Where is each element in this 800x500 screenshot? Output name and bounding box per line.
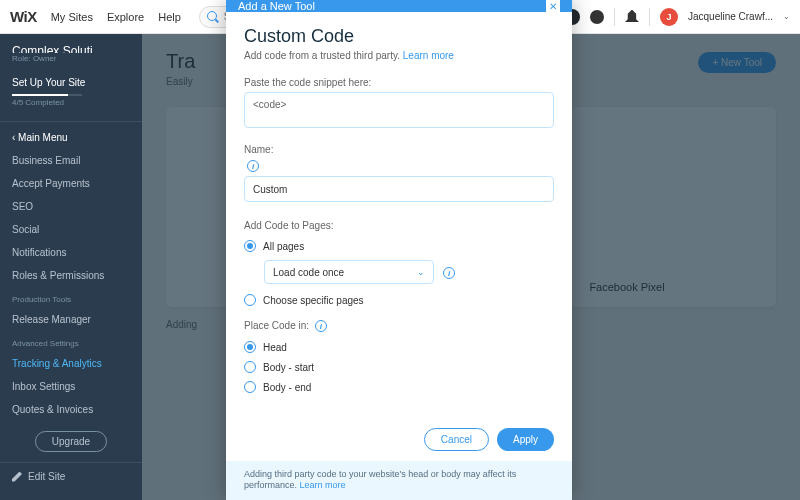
radio-icon (244, 381, 256, 393)
sidebar-item-payments[interactable]: Accept Payments (0, 172, 142, 195)
paste-label: Paste the code snippet here: (244, 77, 554, 88)
radio-icon (244, 240, 256, 252)
modal-title: Custom Code (244, 26, 554, 47)
sidebar-item-business-email[interactable]: Business Email (0, 149, 142, 172)
setup-link[interactable]: Set Up Your Site (0, 71, 142, 90)
info-icon[interactable]: i (443, 267, 455, 279)
chat-icon[interactable] (590, 10, 604, 24)
sidebar-back[interactable]: ‹ Main Menu (0, 126, 142, 149)
info-icon[interactable]: i (315, 320, 327, 332)
radio-choose-pages[interactable]: Choose specific pages (244, 290, 554, 310)
custom-code-modal: Add a New Tool ✕ Custom Code Add code fr… (226, 0, 572, 500)
chevron-down-icon: ⌄ (417, 267, 425, 277)
radio-icon (244, 361, 256, 373)
sidebar-item-roles[interactable]: Roles & Permissions (0, 264, 142, 287)
info-icon[interactable]: i (247, 160, 259, 172)
sidebar-item-tracking[interactable]: Tracking & Analytics (0, 352, 142, 375)
sidebar-item-inbox[interactable]: Inbox Settings (0, 375, 142, 398)
modal-tip: Adding third party code to your website'… (226, 461, 572, 500)
username[interactable]: Jacqueline Crawf... (688, 11, 773, 22)
nav-explore[interactable]: Explore (107, 11, 144, 23)
sidebar-item-seo[interactable]: SEO (0, 195, 142, 218)
site-name: Complex Soluti... (0, 44, 142, 53)
learn-more-link[interactable]: Learn more (300, 480, 346, 490)
divider (649, 8, 650, 26)
learn-more-link[interactable]: Learn more (403, 50, 454, 61)
place-label: Place Code in: i (244, 320, 554, 332)
avatar[interactable]: J (660, 8, 678, 26)
radio-body-start[interactable]: Body - start (244, 357, 554, 377)
nav-my-sites[interactable]: My Sites (51, 11, 93, 23)
load-mode-select[interactable]: Load code once ⌄ (264, 260, 434, 284)
radio-icon (244, 341, 256, 353)
radio-body-end[interactable]: Body - end (244, 377, 554, 397)
sidebar-item-release[interactable]: Release Manager (0, 308, 142, 331)
pages-label: Add Code to Pages: (244, 220, 554, 231)
sidebar-item-social[interactable]: Social (0, 218, 142, 241)
modal-description: Add code from a trusted third party. Lea… (244, 50, 554, 61)
name-input[interactable] (244, 176, 554, 202)
pencil-icon (12, 472, 22, 482)
sidebar-section-adv: Advanced Settings (0, 331, 142, 352)
edit-site-button[interactable]: Edit Site (0, 462, 142, 490)
apply-button[interactable]: Apply (497, 428, 554, 451)
name-label: Name: (244, 144, 554, 155)
bell-icon[interactable] (625, 10, 639, 24)
upgrade-button[interactable]: Upgrade (35, 431, 107, 452)
sidebar-item-notifications[interactable]: Notifications (0, 241, 142, 264)
setup-progress-label: 4/5 Completed (0, 98, 142, 117)
modal-header-title: Add a New Tool (238, 0, 315, 12)
nav-help[interactable]: Help (158, 11, 181, 23)
code-snippet-input[interactable]: <code> (244, 92, 554, 128)
radio-head[interactable]: Head (244, 337, 554, 357)
site-role: Role: Owner (0, 53, 142, 71)
search-icon (207, 11, 217, 21)
sidebar-section-prod: Production Tools (0, 287, 142, 308)
radio-icon (244, 294, 256, 306)
wix-logo[interactable]: WiX (10, 8, 37, 25)
radio-all-pages[interactable]: All pages (244, 236, 554, 256)
chevron-down-icon[interactable]: ⌄ (783, 12, 790, 21)
close-icon[interactable]: ✕ (546, 0, 560, 12)
divider (614, 8, 615, 26)
setup-progress (12, 94, 82, 96)
sidebar-item-quotes[interactable]: Quotes & Invoices (0, 398, 142, 421)
cancel-button[interactable]: Cancel (424, 428, 489, 451)
